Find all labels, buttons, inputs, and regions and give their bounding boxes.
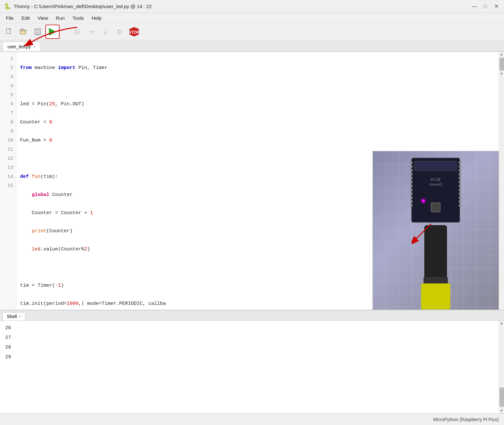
tab-bar: user_led.py × — [0, 40, 504, 52]
svg-rect-1 — [20, 30, 26, 34]
cable-yellow-band — [421, 283, 450, 309]
debug-button[interactable] — [71, 25, 84, 38]
new-file-button[interactable] — [3, 25, 16, 38]
step-into-button[interactable] — [99, 25, 112, 38]
code-line-3: led = Pin(25, Pin.OUT) — [20, 100, 495, 109]
stop-button[interactable]: STOP — [128, 25, 141, 38]
app-icon: 🐍 — [4, 3, 11, 10]
pcb-chip — [414, 161, 457, 171]
code-line-1: from machine import Pin, Timer — [20, 63, 495, 73]
usb-cable — [421, 228, 450, 309]
code-line-4: Counter = 0 — [20, 118, 495, 127]
shell-scroll-down[interactable]: ▼ — [499, 408, 504, 413]
status-bar: MicroPython (Raspberry Pi Pico) — [0, 413, 504, 425]
save-file-button[interactable] — [31, 25, 44, 38]
menu-bar: File Edit View Run Tools Help — [0, 13, 504, 23]
pcb-led — [422, 199, 425, 202]
tab-close-button[interactable]: × — [33, 45, 35, 49]
editor-area[interactable]: 1 2 3 4 5 6 7 8 9 10 11 12 13 14 15 from… — [0, 52, 504, 310]
shell-tab[interactable]: Shell × — [3, 312, 25, 320]
menu-help[interactable]: Help — [88, 14, 105, 22]
pcb-logo: FC CE ((seeed)) — [412, 178, 459, 186]
shell-line-3: 28 — [5, 343, 494, 352]
status-label: MicroPython (Raspberry Pi Pico) — [433, 417, 499, 422]
pcb-board: FC CE ((seeed)) — [411, 158, 460, 223]
shell-panel: Shell × 26 27 28 29 ▲ ▼ — [0, 310, 504, 413]
editor-tab[interactable]: user_led.py × — [3, 42, 40, 51]
tab-filename: user_led.py — [7, 44, 31, 49]
svg-rect-3 — [36, 29, 39, 31]
shell-line-1: 26 — [5, 323, 494, 333]
title-bar-controls: — □ ✕ — [470, 3, 500, 10]
editor-scrollbar[interactable]: ▲ ▼ — [499, 52, 504, 310]
toolbar: STOP — [0, 23, 504, 40]
open-file-button[interactable] — [17, 25, 30, 38]
shell-content: 26 27 28 29 ▲ ▼ — [0, 321, 504, 413]
resume-button[interactable] — [113, 25, 126, 38]
scroll-thumb[interactable] — [499, 58, 504, 71]
main-area: 1 2 3 4 5 6 7 8 9 10 11 12 13 14 15 from… — [0, 52, 504, 425]
close-button[interactable]: ✕ — [492, 3, 500, 10]
scroll-up-button[interactable]: ▲ — [499, 52, 504, 57]
shell-scrollbar[interactable]: ▲ ▼ — [499, 321, 504, 413]
menu-file[interactable]: File — [3, 14, 17, 22]
minimize-button[interactable]: — — [470, 3, 478, 10]
svg-rect-4 — [36, 32, 39, 34]
maximize-button[interactable]: □ — [481, 3, 489, 10]
svg-text:STOP: STOP — [129, 30, 139, 35]
shell-tab-bar: Shell × — [0, 310, 504, 321]
title-bar: 🐍 Thonny - C:\Users\Pinkman_dell\Desktop… — [0, 0, 504, 13]
code-line-2 — [20, 82, 495, 91]
menu-tools[interactable]: Tools — [69, 14, 87, 22]
window-title: Thonny - C:\Users\Pinkman_dell\Desktop\u… — [14, 4, 152, 9]
menu-edit[interactable]: Edit — [18, 14, 33, 22]
shell-line-4: 29 — [5, 352, 494, 362]
pcb-usb-port — [431, 202, 441, 212]
line-numbers: 1 2 3 4 5 6 7 8 9 10 11 12 13 14 15 — [0, 52, 16, 310]
hardware-photo: FC CE ((seeed)) — [373, 151, 498, 309]
code-line-5: Fun_Num = 0 — [20, 136, 495, 145]
hardware-image: FC CE ((seeed)) — [372, 151, 499, 310]
title-bar-left: 🐍 Thonny - C:\Users\Pinkman_dell\Desktop… — [4, 3, 152, 10]
shell-scroll-up[interactable]: ▲ — [499, 321, 504, 326]
step-over-button[interactable] — [85, 25, 98, 38]
shell-tab-label: Shell — [7, 314, 17, 319]
run-icon — [49, 28, 56, 36]
shell-scroll-thumb[interactable] — [499, 387, 504, 407]
svg-marker-7 — [119, 29, 122, 34]
run-button[interactable] — [45, 25, 60, 39]
menu-view[interactable]: View — [34, 14, 51, 22]
scroll-down-button[interactable]: ▼ — [499, 71, 504, 76]
menu-run[interactable]: Run — [52, 14, 68, 22]
shell-tab-close[interactable]: × — [19, 315, 21, 318]
shell-scroll-area — [499, 326, 504, 408]
shell-output[interactable]: 26 27 28 29 — [0, 321, 499, 413]
shell-line-2: 27 — [5, 333, 494, 343]
